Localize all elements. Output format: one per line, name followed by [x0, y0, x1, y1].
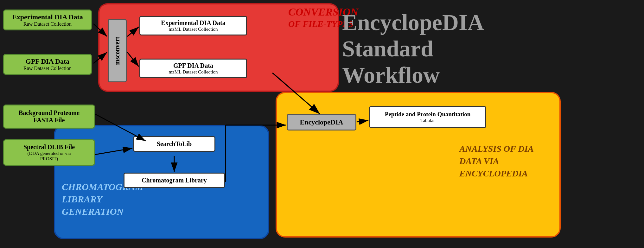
chromatogram-library-box: Chromatogram Library [124, 173, 225, 188]
diagram-container: CONVERSION OF FILE-TYPES CHROMATOGRAM LI… [0, 0, 644, 248]
msconvert-box: msconvert [108, 19, 127, 82]
input-spectral: Spectral DLIB File (DDA generated or via… [3, 139, 95, 166]
peptide-protein-box: Peptide and Protein Quantitation Tabular [369, 106, 486, 128]
encyclopedia-box: EncyclopeDIA [287, 114, 356, 130]
input-gpf-dia: GPF DIA Data Raw Dataset Collection [3, 54, 92, 75]
converted-exp-dia: Experimental DIA Data mzML Dataset Colle… [139, 16, 247, 35]
input-exp-dia: Experimental DIA Data Raw Dataset Collec… [3, 10, 92, 30]
orange-section-label: ANALYSIS OF DIA DATA VIA ENCYCLOPEDIA [459, 143, 534, 180]
converted-gpf-dia: GPF DIA Data mzML Dataset Collection [139, 59, 247, 78]
search-to-lib-box: SearchToLib [133, 136, 215, 152]
main-title: EncyclopeDIA Standard Workflow [342, 10, 484, 88]
input-background: Background Proteome FASTA File [3, 105, 95, 129]
